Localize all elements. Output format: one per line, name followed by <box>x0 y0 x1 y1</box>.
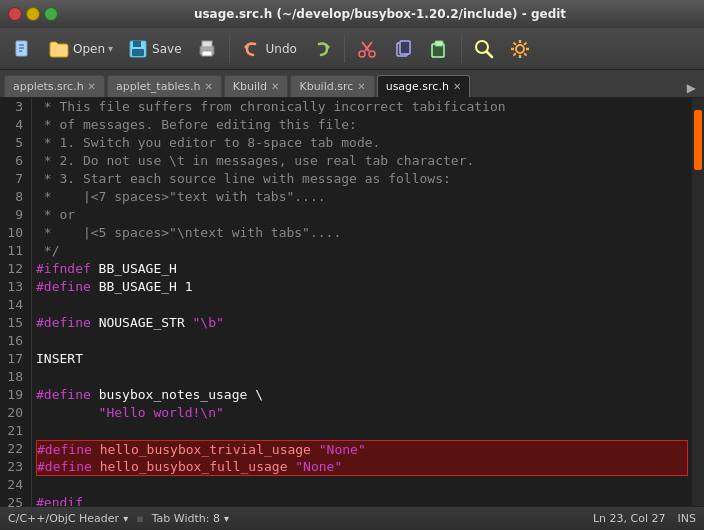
save-button[interactable]: Save <box>121 35 187 63</box>
undo-button[interactable]: Undo <box>235 35 303 63</box>
svg-rect-19 <box>435 41 443 46</box>
code-line: #endif <box>36 494 688 506</box>
code-line: ​ <box>36 296 688 314</box>
code-line: * 1. Switch you editor to 8-space tab mo… <box>36 134 688 152</box>
line-number: 3 <box>6 98 23 116</box>
line-number: 5 <box>6 134 23 152</box>
svg-rect-17 <box>400 41 410 54</box>
tab-kbuild[interactable]: Kbuild ✕ <box>224 75 289 97</box>
tab-label: Kbuild.src <box>299 80 353 93</box>
cut-icon <box>356 38 378 60</box>
line-number: 14 <box>6 296 23 314</box>
tab-scroll-right[interactable]: ▶ <box>683 79 700 97</box>
language-section[interactable]: C/C++/ObjC Header ▾ <box>8 512 128 525</box>
svg-point-14 <box>359 51 365 57</box>
print-icon <box>196 38 218 60</box>
open-dropdown-icon[interactable]: ▾ <box>108 43 113 54</box>
window-controls <box>8 7 58 21</box>
svg-line-30 <box>513 53 515 55</box>
insert-mode: INS <box>678 512 696 525</box>
close-button[interactable] <box>8 7 22 21</box>
new-button[interactable] <box>6 35 40 63</box>
line-number: 12 <box>6 260 23 278</box>
code-line: * 2. Do not use \t in messages, use real… <box>36 152 688 170</box>
line-number: 18 <box>6 368 23 386</box>
line-number: 23 <box>6 458 23 476</box>
line-number: 10 <box>6 224 23 242</box>
paste-button[interactable] <box>422 35 456 63</box>
titlebar: usage.src.h (~/develop/busybox-1.20.2/in… <box>0 0 704 28</box>
line-number: 9 <box>6 206 23 224</box>
tab-applets-src[interactable]: applets.src.h ✕ <box>4 75 105 97</box>
copy-button[interactable] <box>386 35 420 63</box>
line-number: 7 <box>6 170 23 188</box>
tab-width-label: Tab Width: 8 <box>152 512 220 525</box>
code-line: * or <box>36 206 688 224</box>
line-number: 24 <box>6 476 23 494</box>
save-icon <box>127 38 149 60</box>
code-content[interactable]: * This file suffers from chronically inc… <box>32 98 692 506</box>
maximize-button[interactable] <box>44 7 58 21</box>
tab-kbuild-src[interactable]: Kbuild.src ✕ <box>290 75 374 97</box>
statusbar: C/C++/ObjC Header ▾ ▪ Tab Width: 8 ▾ Ln … <box>0 506 704 530</box>
copy-icon <box>392 38 414 60</box>
svg-rect-5 <box>133 41 141 47</box>
tab-close-icon[interactable]: ✕ <box>204 82 212 92</box>
editor[interactable]: 345678910111213141516171819202122232425 … <box>0 98 704 506</box>
print-button[interactable] <box>190 35 224 63</box>
tabbar: applets.src.h ✕ applet_tables.h ✕ Kbuild… <box>0 70 704 98</box>
tab-width-section[interactable]: Tab Width: 8 ▾ <box>152 512 229 525</box>
open-label: Open <box>73 42 105 56</box>
svg-line-29 <box>524 42 526 44</box>
cut-button[interactable] <box>350 35 384 63</box>
toolbar-sep-3 <box>461 35 462 63</box>
code-line: #ifndef BB_USAGE_H <box>36 260 688 278</box>
scrollbar-thumb[interactable] <box>694 110 702 170</box>
tab-close-icon[interactable]: ✕ <box>88 82 96 92</box>
code-line: #define hello_busybox_full_usage "None" <box>36 458 688 476</box>
line-number: 6 <box>6 152 23 170</box>
code-line: #define NOUSAGE_STR "\b" <box>36 314 688 332</box>
save-label: Save <box>152 42 181 56</box>
redo-button[interactable] <box>305 35 339 63</box>
svg-rect-9 <box>202 51 212 56</box>
svg-rect-6 <box>132 49 144 56</box>
svg-point-15 <box>369 51 375 57</box>
undo-label: Undo <box>266 42 297 56</box>
tab-close-icon[interactable]: ✕ <box>357 82 365 92</box>
language-dropdown-icon[interactable]: ▾ <box>123 513 128 524</box>
tab-applet-tables[interactable]: applet_tables.h ✕ <box>107 75 222 97</box>
code-line: * This file suffers from chronically inc… <box>36 98 688 116</box>
code-line: ​ <box>36 422 688 440</box>
toolbar-sep-1 <box>229 35 230 63</box>
code-line: ​ <box>36 368 688 386</box>
open-button[interactable]: Open ▾ <box>42 35 119 63</box>
tab-label: Kbuild <box>233 80 267 93</box>
find-button[interactable] <box>467 35 501 63</box>
code-line: "Hello world!\n" <box>36 404 688 422</box>
line-number: 17 <box>6 350 23 368</box>
tab-close-icon[interactable]: ✕ <box>453 82 461 92</box>
tab-usage-src[interactable]: usage.src.h ✕ <box>377 75 471 97</box>
status-sep-1: ▪ <box>136 512 143 525</box>
tab-close-icon[interactable]: ✕ <box>271 82 279 92</box>
undo-icon <box>241 38 263 60</box>
code-line: * |<5 spaces>"\ntext with tabs".... <box>36 224 688 242</box>
code-line: INSERT <box>36 350 688 368</box>
language-label: C/C++/ObjC Header <box>8 512 119 525</box>
code-line: * |<7 spaces>"text with tabs".... <box>36 188 688 206</box>
scrollbar[interactable] <box>692 98 704 506</box>
line-number: 19 <box>6 386 23 404</box>
tab-width-dropdown-icon[interactable]: ▾ <box>224 513 229 524</box>
code-line: #define hello_busybox_trivial_usage "Non… <box>36 440 688 458</box>
redo-icon <box>311 38 333 60</box>
line-number: 15 <box>6 314 23 332</box>
cursor-position: Ln 23, Col 27 <box>593 512 666 525</box>
tools-button[interactable] <box>503 35 537 63</box>
svg-rect-8 <box>202 41 212 47</box>
toolbar: Open ▾ Save Undo <box>0 28 704 70</box>
line-number: 21 <box>6 422 23 440</box>
tools-icon <box>509 38 531 60</box>
minimize-button[interactable] <box>26 7 40 21</box>
svg-line-21 <box>486 51 492 57</box>
